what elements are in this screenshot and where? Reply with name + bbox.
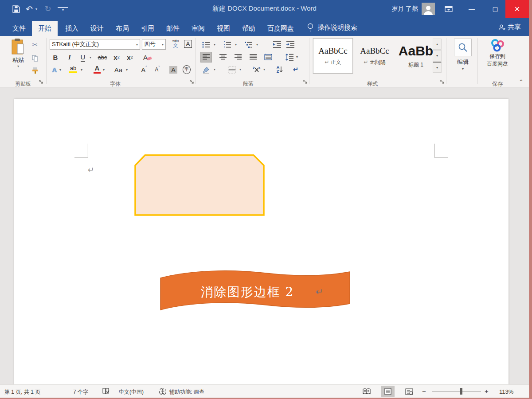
font-name-dropdown-icon[interactable]: ▾ bbox=[136, 43, 138, 47]
accessibility-icon[interactable] bbox=[159, 387, 167, 395]
increase-indent-button[interactable] bbox=[285, 39, 296, 50]
page-indicator[interactable]: 第 1 页, 共 1 页 bbox=[4, 388, 40, 396]
decrease-indent-button[interactable] bbox=[271, 39, 283, 50]
styles-dialog-launcher-icon[interactable] bbox=[440, 80, 446, 85]
justify-button[interactable] bbox=[247, 52, 259, 63]
avatar[interactable] bbox=[422, 3, 435, 15]
print-layout-button[interactable] bbox=[381, 386, 395, 397]
align-left-button[interactable] bbox=[200, 52, 212, 63]
ribbon-display-options-icon[interactable] bbox=[438, 0, 459, 18]
character-shading-button[interactable]: A bbox=[168, 64, 179, 75]
strikethrough-button[interactable]: abc bbox=[97, 52, 108, 63]
tab-references[interactable]: 引用 bbox=[135, 21, 160, 36]
document-canvas[interactable]: ↵ 消除图形边框 2 ↵ bbox=[0, 87, 529, 384]
account-name[interactable]: 岁月 了然 bbox=[391, 5, 418, 13]
italic-button[interactable]: I bbox=[64, 52, 75, 63]
paste-button[interactable]: 粘贴 ▾ bbox=[8, 39, 28, 68]
paragraph-dialog-launcher-icon[interactable] bbox=[303, 80, 309, 85]
shading-dropdown-icon[interactable]: ▾ bbox=[214, 67, 215, 71]
snip-rectangle-body[interactable] bbox=[135, 155, 264, 215]
align-center-button[interactable] bbox=[217, 52, 229, 63]
accessibility-status[interactable]: 辅助功能: 调查 bbox=[169, 388, 204, 396]
enclose-characters-button[interactable]: 字 bbox=[181, 64, 192, 75]
proofing-icon[interactable] bbox=[102, 387, 110, 395]
styles-gallery-more-button[interactable]: ▾ bbox=[433, 62, 442, 73]
editing-dropdown-icon[interactable]: ▾ bbox=[452, 67, 473, 71]
word-count[interactable]: 7 个字 bbox=[73, 388, 88, 396]
line-spacing-button[interactable] bbox=[284, 52, 295, 63]
shrink-font-button[interactable]: Aˇ bbox=[152, 64, 163, 75]
tab-insert[interactable]: 插入 bbox=[59, 21, 85, 36]
tab-baidu-netdisk[interactable]: 百度网盘 bbox=[261, 21, 300, 36]
shading-button[interactable] bbox=[200, 64, 212, 75]
web-layout-button[interactable] bbox=[403, 386, 416, 397]
highlight-button[interactable]: ab bbox=[67, 63, 79, 74]
font-name-combo[interactable]: STKaiti (中文正文) ▾ bbox=[50, 39, 140, 50]
document-page[interactable]: ↵ 消除图形边框 2 ↵ bbox=[14, 99, 509, 384]
text-effects-dropdown-icon[interactable]: ▾ bbox=[59, 68, 61, 72]
language-indicator[interactable]: 中文(中国) bbox=[119, 388, 144, 396]
show-marks-button[interactable]: ↵ bbox=[290, 64, 301, 75]
numbering-button[interactable] bbox=[222, 39, 233, 50]
tab-review[interactable]: 审阅 bbox=[185, 21, 211, 36]
tab-view[interactable]: 视图 bbox=[211, 21, 236, 36]
subscript-button[interactable]: x2 bbox=[111, 52, 122, 63]
zoom-in-button[interactable]: + bbox=[485, 387, 489, 395]
borders-dropdown-icon[interactable]: ▾ bbox=[239, 67, 241, 71]
style-normal[interactable]: AaBbCc ↵ 正文 bbox=[313, 38, 353, 74]
text-effects-button[interactable]: A bbox=[49, 64, 60, 75]
tab-file[interactable]: 文件 bbox=[6, 21, 32, 36]
style-no-spacing[interactable]: AaBbCc ↵ 无间隔 bbox=[355, 38, 395, 74]
asian-layout-dropdown-icon[interactable]: ▾ bbox=[263, 67, 265, 71]
minimize-button[interactable]: — bbox=[462, 0, 482, 18]
clear-formatting-button[interactable]: A bbox=[142, 52, 153, 63]
superscript-button[interactable]: x2 bbox=[124, 52, 136, 63]
phonetic-guide-button[interactable]: wén 文 bbox=[170, 38, 181, 49]
bullets-button[interactable] bbox=[200, 39, 212, 50]
tab-layout[interactable]: 布局 bbox=[110, 21, 135, 36]
maximize-button[interactable]: ▢ bbox=[485, 0, 505, 18]
character-border-button[interactable]: A bbox=[182, 39, 194, 49]
align-right-button[interactable] bbox=[232, 52, 244, 63]
save-to-baidu-button[interactable]: 保存到 百度网盘 bbox=[480, 39, 515, 68]
asian-layout-button[interactable] bbox=[251, 64, 262, 75]
font-dialog-launcher-icon[interactable] bbox=[190, 80, 195, 85]
font-color-dropdown-icon[interactable]: ▾ bbox=[103, 68, 105, 72]
tab-home[interactable]: 开始 bbox=[32, 21, 58, 36]
style-heading1[interactable]: AaBb 标题 1 bbox=[396, 38, 436, 74]
highlight-dropdown-icon[interactable]: ▾ bbox=[81, 68, 82, 72]
editing-button[interactable]: 编辑 ▾ bbox=[452, 39, 473, 71]
paste-dropdown-icon[interactable]: ▾ bbox=[8, 64, 28, 68]
change-case-dropdown-icon[interactable]: ▾ bbox=[126, 68, 128, 72]
bullets-dropdown-icon[interactable]: ▾ bbox=[214, 43, 215, 47]
share-button[interactable]: 共享 bbox=[498, 23, 521, 31]
font-size-dropdown-icon[interactable]: ▾ bbox=[162, 43, 164, 47]
collapse-ribbon-button[interactable]: ⌃ bbox=[519, 78, 524, 85]
zoom-slider-thumb[interactable] bbox=[460, 388, 462, 395]
zoom-out-button[interactable]: − bbox=[422, 387, 426, 395]
format-painter-button[interactable] bbox=[29, 65, 41, 76]
underline-dropdown-icon[interactable]: ▾ bbox=[90, 55, 91, 59]
font-size-combo[interactable]: 四号 ▾ bbox=[142, 39, 166, 50]
snip-corner-rectangle-shape[interactable] bbox=[134, 154, 265, 216]
zoom-level[interactable]: 113% bbox=[499, 388, 513, 395]
multilevel-list-button[interactable] bbox=[243, 39, 254, 50]
numbering-dropdown-icon[interactable]: ▾ bbox=[235, 43, 237, 47]
wave-banner-text[interactable]: 消除图形边框 2 bbox=[201, 285, 294, 299]
font-color-button[interactable]: A bbox=[91, 63, 103, 74]
tab-help[interactable]: 帮助 bbox=[236, 21, 262, 36]
change-case-button[interactable]: Aa bbox=[113, 64, 124, 75]
zoom-slider[interactable] bbox=[432, 391, 481, 391]
cut-button[interactable]: ✂ bbox=[29, 39, 41, 50]
distributed-button[interactable] bbox=[262, 52, 274, 63]
underline-button[interactable]: U bbox=[77, 52, 89, 63]
wave-banner-shape[interactable]: 消除图形边框 2 ↵ bbox=[160, 268, 351, 313]
clipboard-dialog-launcher-icon[interactable] bbox=[39, 80, 44, 85]
styles-scroll-up-button[interactable]: ▴ bbox=[433, 39, 442, 50]
sort-button[interactable]: A Z bbox=[274, 64, 286, 75]
close-button[interactable]: ✕ bbox=[505, 0, 529, 18]
line-spacing-dropdown-icon[interactable]: ▾ bbox=[296, 55, 298, 59]
multilevel-dropdown-icon[interactable]: ▾ bbox=[256, 43, 258, 47]
copy-button[interactable] bbox=[29, 53, 41, 63]
styles-scroll-down-button[interactable]: ▾ bbox=[433, 50, 442, 61]
